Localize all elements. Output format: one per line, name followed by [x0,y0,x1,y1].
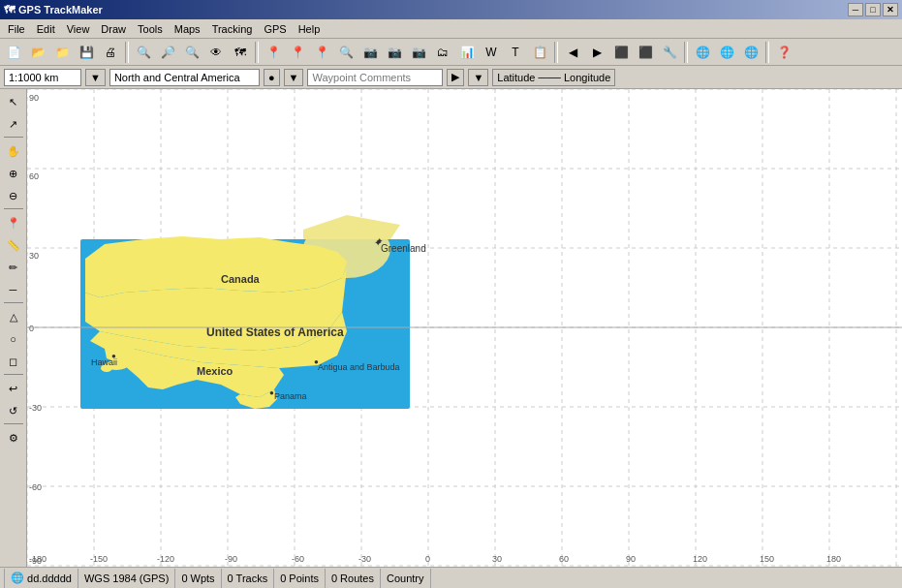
svg-marker-25 [85,236,347,297]
region-input[interactable] [109,69,260,86]
region-dropdown[interactable]: ▼ [284,69,304,86]
svg-text:60: 60 [29,171,39,181]
menubar: File Edit View Draw Tools Maps Tracking … [0,19,902,39]
zoom-dropdown[interactable]: ▼ [85,69,106,86]
globe-icon: 🌐 [11,572,24,584]
tool7[interactable]: 📷 [407,42,430,63]
sep4 [684,42,688,63]
svg-text:Canada: Canada [221,273,261,285]
tool18[interactable]: 🌐 [691,42,714,63]
menu-tracking[interactable]: Tracking [206,21,259,37]
svg-text:60: 60 [559,554,569,564]
svg-text:30: 30 [29,251,39,261]
menu-tools[interactable]: Tools [132,21,169,37]
status-routes: 0 Routes [326,569,381,588]
lt-triangle[interactable]: △ [3,306,24,327]
menu-maps[interactable]: Maps [169,21,206,37]
titlebar-left: 🗺 GPS TrackMaker [4,4,103,15]
lt-redo[interactable]: ↺ [3,400,24,421]
search-button[interactable]: 🔍 [132,42,155,63]
menu-file[interactable]: File [2,21,31,37]
tool19[interactable]: 🌐 [715,42,738,63]
svg-text:-30: -30 [358,554,371,564]
lt-draw2[interactable]: ─ [3,279,24,300]
lt-draw1[interactable]: ✏ [3,257,24,278]
lt-waypoint[interactable]: 📍 [3,212,24,233]
save-button[interactable]: 💾 [75,42,98,63]
tool5[interactable]: 📷 [358,42,382,63]
waypoint-input[interactable] [307,69,443,86]
lt-select[interactable]: ↖ [3,91,24,112]
maximize-button[interactable]: □ [865,3,881,16]
coord-format: dd.ddddd [27,573,72,584]
svg-text:180: 180 [826,554,841,564]
tool17[interactable]: 🔧 [658,42,681,63]
tool4[interactable]: 🔍 [334,42,358,63]
lt-rect[interactable]: ◻ [3,351,24,372]
svg-text:-150: -150 [90,554,108,564]
tool8[interactable]: 🗂 [431,42,454,63]
addrbar: ▼ ● ▼ ▶ ▼ Latitude ─── Longitude [0,66,902,89]
lt-sep3 [4,302,23,304]
status-country: Country [381,569,431,588]
lt-pan[interactable]: ✋ [3,140,24,162]
lt-zoomout[interactable]: ⊖ [3,185,24,206]
map-area[interactable]: Greenland ✦ Canada United States of Amer… [27,89,902,567]
close-button[interactable]: ✕ [883,3,898,16]
app-icon: 🗺 [4,4,15,15]
status-wpts: 0 Wpts [175,569,221,588]
tool14[interactable]: ▶ [585,42,608,63]
lt-measure[interactable]: 📏 [3,234,24,256]
tool11[interactable]: T [504,42,527,63]
lt-settings[interactable]: ⚙ [3,427,24,449]
zoom-out-button[interactable]: 🔍 [180,42,203,63]
tool15[interactable]: ⬛ [609,42,633,63]
open2-button[interactable]: 📁 [50,42,74,63]
menu-draw[interactable]: Draw [95,21,132,37]
tool21[interactable]: ❓ [772,42,795,63]
tool16[interactable]: ⬛ [634,42,657,63]
view-button[interactable]: 👁 [204,42,228,63]
region-go-button[interactable]: ● [264,69,280,86]
lt-sep5 [4,423,23,425]
tool2[interactable]: 📍 [286,42,309,63]
svg-text:-90: -90 [225,554,237,564]
menu-help[interactable]: Help [293,21,327,37]
titlebar: 🗺 GPS TrackMaker ─ □ ✕ [0,0,902,19]
status-datum: WGS 1984 (GPS) [78,569,175,588]
lt-circle[interactable]: ○ [3,328,24,350]
left-toolbar: ↖ ↗ ✋ ⊕ ⊖ 📍 📏 ✏ ─ △ ○ ◻ ↩ ↺ ⚙ [0,89,27,567]
tool1[interactable]: 📍 [262,42,285,63]
tool9[interactable]: 📊 [455,42,479,63]
open-button[interactable]: 📂 [26,42,49,63]
menu-gps[interactable]: GPS [258,21,292,37]
status-coords: 🌐 dd.ddddd [4,569,78,588]
lt-arrow[interactable]: ↗ [3,113,24,135]
sep1 [125,42,129,63]
svg-text:-180: -180 [29,554,47,564]
waypoint-go-button[interactable]: ▶ [447,69,464,86]
minimize-button[interactable]: ─ [848,3,863,16]
lt-sep2 [4,208,23,210]
tool6[interactable]: 📷 [383,42,406,63]
zoom-in-button[interactable]: 🔎 [156,42,179,63]
map-button[interactable]: 🗺 [229,42,252,63]
tool20[interactable]: 🌐 [739,42,762,63]
zoom-input[interactable] [4,69,81,86]
lt-undo[interactable]: ↩ [3,378,24,399]
svg-text:90: 90 [626,554,636,564]
tool13[interactable]: ◀ [561,42,584,63]
menu-view[interactable]: View [61,21,96,37]
new-button[interactable]: 📄 [2,42,25,63]
print-button[interactable]: 🖨 [99,42,122,63]
tool12[interactable]: 📋 [528,42,551,63]
svg-text:90: 90 [29,93,39,103]
svg-text:-60: -60 [292,554,304,564]
menu-edit[interactable]: Edit [31,21,61,37]
tool10[interactable]: W [480,42,503,63]
lt-zoomin[interactable]: ⊕ [3,163,24,184]
waypoint-dropdown[interactable]: ▼ [468,69,488,86]
svg-text:Mexico: Mexico [197,365,233,377]
svg-text:120: 120 [693,554,707,564]
tool3[interactable]: 📍 [310,42,333,63]
